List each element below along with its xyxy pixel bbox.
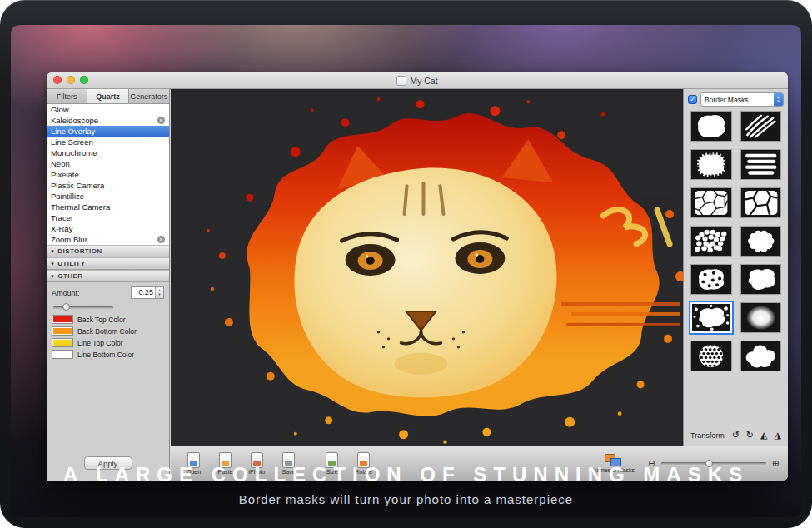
remove-filter-icon[interactable]: ✕ <box>157 117 165 124</box>
filter-label: Kaleidoscope <box>51 116 98 125</box>
flip-vertical-icon[interactable]: ◮ <box>775 431 781 440</box>
color-well[interactable] <box>52 326 73 336</box>
mask-thumb-paint-blob[interactable] <box>690 111 732 142</box>
filter-item-neon[interactable]: Neon <box>47 158 169 169</box>
filter-label: Line Screen <box>51 137 93 147</box>
filter-item-x-ray[interactable]: X-Ray <box>47 223 169 234</box>
rotate-left-icon[interactable]: ↺ <box>732 431 740 440</box>
mask-category-dropdown[interactable]: Border Masks ▲ ▼ <box>700 92 784 107</box>
section-label: Distortion <box>57 247 102 255</box>
color-well[interactable] <box>52 338 73 347</box>
filter-item-glow[interactable]: Glow <box>47 104 169 115</box>
sidebar-tabs: FiltersQuartzGenerators <box>47 89 169 104</box>
filter-label: Neon <box>51 159 70 168</box>
amount-slider[interactable] <box>53 303 113 311</box>
amount-label: Amount: <box>52 289 80 297</box>
section-header-distortion[interactable]: ▼Distortion <box>47 245 169 257</box>
color-row-line-bottom-color: Line Bottom Color <box>52 350 164 359</box>
mask-thumb-scalloped-circle[interactable] <box>740 226 782 257</box>
remove-filter-icon[interactable]: ✕ <box>157 236 165 243</box>
color-well[interactable] <box>52 350 73 359</box>
window-titlebar: My Cat <box>47 72 788 89</box>
stepper-down-icon[interactable]: ▼ <box>158 293 162 297</box>
filter-label: Thermal Camera <box>51 202 110 212</box>
zoom-button[interactable] <box>80 76 88 84</box>
window-body: FiltersQuartzGenerators GlowKaleidoscope… <box>47 89 788 481</box>
document-icon <box>396 76 406 86</box>
filter-item-kaleidoscope[interactable]: Kaleidoscope✕ <box>47 115 169 126</box>
section-label: Utility <box>57 260 85 267</box>
minimize-button[interactable] <box>67 76 75 84</box>
mask-thumb-cell-mesh[interactable] <box>690 187 732 218</box>
desktop-wallpaper: My Cat FiltersQuartzGenerators GlowKalei… <box>11 25 801 517</box>
section-header-other[interactable]: ▼Other <box>47 270 169 282</box>
mask-thumb-bumpy-blob[interactable] <box>740 264 782 295</box>
tab-quartz[interactable]: Quartz <box>87 89 128 103</box>
dropdown-arrows-icon: ▲ ▼ <box>774 93 783 106</box>
window-title-text: My Cat <box>410 76 437 86</box>
filter-label: Monochrome <box>51 148 97 157</box>
mask-thumb-cracked-stones[interactable] <box>740 187 782 218</box>
filter-item-thermal-camera[interactable]: Thermal Camera <box>47 202 169 212</box>
filter-label: Pointillize <box>51 192 84 201</box>
amount-value-field[interactable]: 0.25 ▲ ▼ <box>131 286 164 299</box>
filter-item-line-overlay[interactable]: Line Overlay <box>47 126 169 137</box>
headline: A LARGE COLLECTION OF STUNNING MASKS <box>11 463 801 486</box>
close-button[interactable] <box>53 76 62 84</box>
mask-thumb-cloud-blob[interactable] <box>740 341 782 371</box>
filter-label: Pixelate <box>51 170 79 179</box>
color-row-back-bottom-color: Back Bottom Color <box>52 326 164 336</box>
masks-header: ✓ Border Masks ▲ ▼ <box>684 89 788 108</box>
marketing-copy: A LARGE COLLECTION OF STUNNING MASKS Bor… <box>11 463 801 506</box>
filter-label: Glow <box>51 105 69 114</box>
canvas-image <box>171 89 683 446</box>
section-header-utility[interactable]: ▼Utility <box>47 257 169 270</box>
slider-thumb[interactable] <box>62 303 70 311</box>
subheadline: Border masks will turn your photo into a… <box>11 492 801 506</box>
masks-enabled-checkbox[interactable]: ✓ <box>688 95 697 104</box>
filter-item-line-screen[interactable]: Line Screen <box>47 137 169 147</box>
filter-item-zoom-blur[interactable]: Zoom Blur✕ <box>47 234 169 245</box>
color-well-list: Back Top ColorBack Bottom ColorLine Top … <box>52 315 164 359</box>
filter-label: Tracer <box>51 213 73 222</box>
canvas-area <box>171 89 683 446</box>
transform-icons: ↺↻◭◮ <box>732 431 781 440</box>
traffic-lights <box>53 76 88 84</box>
window-title: My Cat <box>396 76 437 86</box>
filter-label: X-Ray <box>51 224 72 233</box>
filter-label: Zoom Blur <box>51 235 87 244</box>
disclosure-triangle-icon: ▼ <box>50 262 55 266</box>
mask-thumb-dot-cluster[interactable] <box>690 226 732 257</box>
checkmark-icon: ✓ <box>690 96 695 103</box>
mask-thumb-rough-blob[interactable] <box>690 149 732 180</box>
disclosure-triangle-icon: ▼ <box>50 249 55 254</box>
amount-stepper[interactable]: ▲ ▼ <box>155 287 163 298</box>
filter-item-monochrome[interactable]: Monochrome <box>47 147 169 158</box>
color-label: Back Top Color <box>77 316 125 324</box>
dropdown-value: Border Masks <box>705 96 748 104</box>
color-row-back-top-color: Back Top Color <box>52 315 164 324</box>
filter-sections: ▼Distortion▼Utility▼Other <box>47 245 169 282</box>
mask-thumb-lace-blob[interactable] <box>690 264 732 295</box>
device-frame: My Cat FiltersQuartzGenerators GlowKalei… <box>0 0 812 528</box>
filter-item-plastic-camera[interactable]: Plastic Camera <box>47 180 169 191</box>
color-label: Line Bottom Color <box>77 351 134 359</box>
filter-label: Line Overlay <box>51 127 95 136</box>
mask-thumb-soft-glow[interactable] <box>740 302 782 333</box>
rotate-right-icon[interactable]: ↻ <box>746 431 754 440</box>
filter-item-pointillize[interactable]: Pointillize <box>47 191 169 202</box>
masks-panel: ✓ Border Masks ▲ ▼ Transform <box>683 89 788 446</box>
filter-item-tracer[interactable]: Tracer <box>47 212 169 223</box>
mask-grid <box>690 111 781 371</box>
color-label: Line Top Color <box>77 339 123 347</box>
tab-filters[interactable]: Filters <box>47 89 87 103</box>
tab-generators[interactable]: Generators <box>129 89 169 103</box>
flip-horizontal-icon[interactable]: ◭ <box>760 431 767 440</box>
filter-item-pixelate[interactable]: Pixelate <box>47 169 169 180</box>
mask-thumb-scribble-strokes[interactable] <box>740 111 782 142</box>
mask-thumb-splatter-blob[interactable] <box>690 302 732 333</box>
mask-thumb-brush-strokes[interactable] <box>740 149 782 180</box>
mask-thumb-hex-circle[interactable] <box>690 341 732 371</box>
app-window: My Cat FiltersQuartzGenerators GlowKalei… <box>47 72 788 481</box>
color-well[interactable] <box>52 315 73 324</box>
